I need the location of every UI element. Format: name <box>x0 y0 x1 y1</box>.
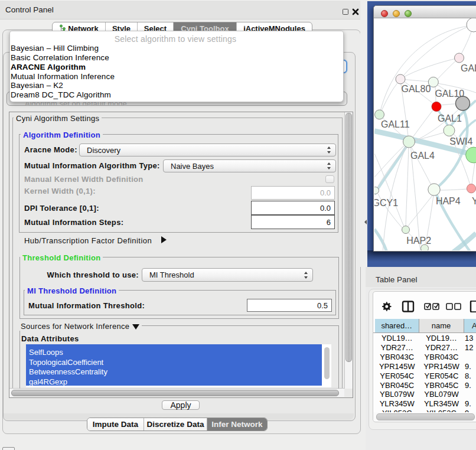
svg-text:GAL11: GAL11 <box>381 119 410 129</box>
svg-text:GAL10: GAL10 <box>435 89 464 99</box>
svg-text:GAL80: GAL80 <box>402 84 431 94</box>
svg-text:YM: YM <box>472 196 476 206</box>
svg-text:GCY1: GCY1 <box>374 198 398 208</box>
svg-text:GAL1: GAL1 <box>438 113 462 123</box>
svg-text:HAP2: HAP2 <box>406 236 431 246</box>
svg-text:GAL7: GAL7 <box>461 63 476 73</box>
svg-text:SWI4: SWI4 <box>449 136 472 146</box>
svg-text:GAL4: GAL4 <box>410 151 435 161</box>
svg-text:HAP4: HAP4 <box>436 196 461 206</box>
